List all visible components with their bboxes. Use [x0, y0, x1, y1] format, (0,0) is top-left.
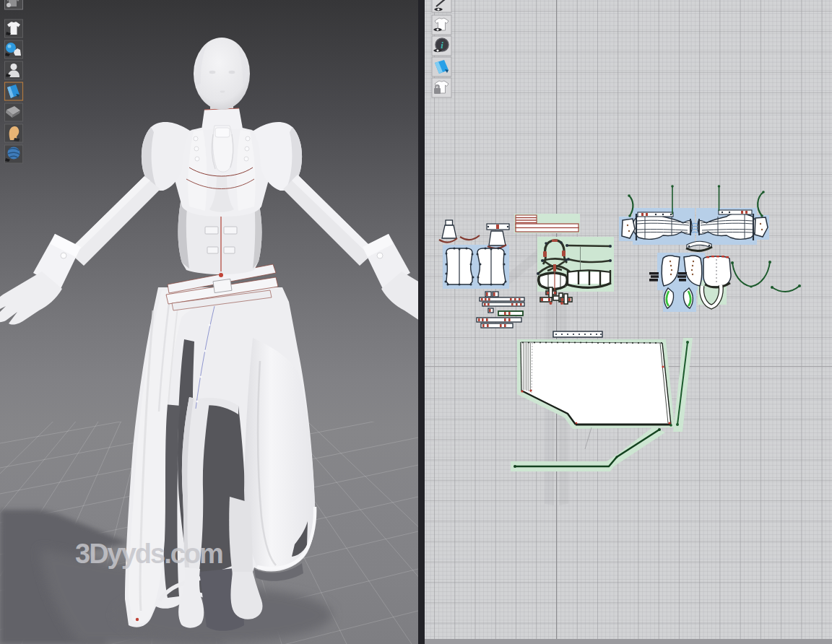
svg-text:i: i	[441, 40, 443, 51]
